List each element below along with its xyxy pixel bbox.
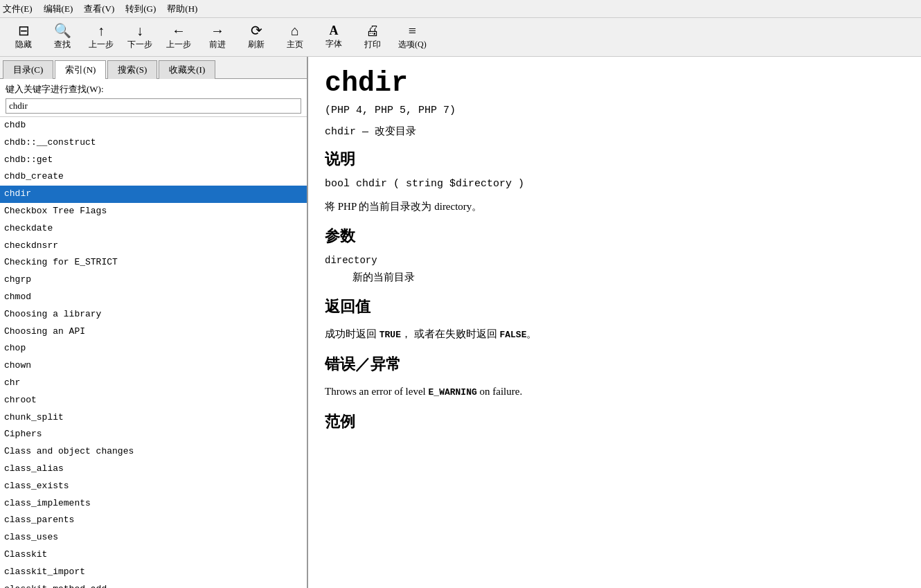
toolbar-refresh-btn[interactable]: ⟳ 刷新 xyxy=(238,21,274,53)
toolbar-forward-btn[interactable]: → 前进 xyxy=(199,21,235,53)
list-item[interactable]: class_implements xyxy=(0,495,307,513)
toolbar-prevstep-btn[interactable]: ↑ 上一步 xyxy=(83,21,119,53)
return-pre: 成功时返回 xyxy=(325,328,379,339)
menubar: 文件(E) 编辑(E) 查看(V) 转到(G) 帮助(H) xyxy=(0,0,921,18)
menu-help[interactable]: 帮助(H) xyxy=(167,3,197,15)
toolbar-prevstep-label: 上一步 xyxy=(89,39,114,51)
toolbar-forward-label: 前进 xyxy=(209,39,226,51)
back-icon: ← xyxy=(172,24,186,37)
return-end: 。 xyxy=(526,328,537,339)
toolbar-home-label: 主页 xyxy=(287,39,303,51)
list-item[interactable]: chgrp xyxy=(0,271,307,289)
search-area: 键入关键字进行查找(W): xyxy=(0,79,307,117)
section-return-title: 返回值 xyxy=(325,296,904,317)
toolbar-options-btn[interactable]: ≡ 选项(Q) xyxy=(393,21,431,53)
list-item[interactable]: chunk_split xyxy=(0,409,307,427)
hide-icon: ⊟ xyxy=(18,24,30,37)
list-item[interactable]: Checking for E_STRICT xyxy=(0,254,307,271)
search-label: 键入关键字进行查找(W): xyxy=(6,83,301,96)
list-item[interactable]: Ciphers xyxy=(0,426,307,443)
search-icon: 🔍 xyxy=(54,24,71,37)
list-item[interactable]: chdb xyxy=(0,117,307,134)
print-icon: 🖨 xyxy=(366,24,379,37)
list-container: chdbchdb::__constructchdb::getchdb_creat… xyxy=(0,117,307,588)
list-item[interactable]: chown xyxy=(0,357,307,375)
list-item[interactable]: chr xyxy=(0,375,307,392)
list: chdbchdb::__constructchdb::getchdb_creat… xyxy=(0,117,307,588)
menu-view[interactable]: 查看(V) xyxy=(84,3,114,15)
section-example-title: 范例 xyxy=(325,411,904,432)
return-true: TRUE xyxy=(379,330,401,340)
tab-search[interactable]: 搜索(S) xyxy=(107,60,157,79)
return-desc: 成功时返回 TRUE， 或者在失败时返回 FALSE。 xyxy=(325,326,904,343)
list-item[interactable]: chdir xyxy=(0,186,307,203)
list-item[interactable]: chroot xyxy=(0,392,307,409)
list-item[interactable]: Class and object changes xyxy=(0,443,307,461)
menu-file[interactable]: 文件(E) xyxy=(3,3,33,15)
toolbar-refresh-label: 刷新 xyxy=(248,39,265,51)
list-item[interactable]: chop xyxy=(0,340,307,357)
menu-goto[interactable]: 转到(G) xyxy=(125,3,156,15)
list-item[interactable]: class_exists xyxy=(0,478,307,495)
tab-index[interactable]: 索引(N) xyxy=(55,60,106,79)
nextstep-icon: ↓ xyxy=(136,24,143,37)
toolbar-print-label: 打印 xyxy=(364,39,381,51)
list-item[interactable]: chdb::__construct xyxy=(0,134,307,152)
list-item[interactable]: Checkbox Tree Flags xyxy=(0,203,307,220)
list-item[interactable]: checkdate xyxy=(0,220,307,238)
toolbar-back-btn[interactable]: ← 上一步 xyxy=(161,21,197,53)
list-item[interactable]: Choosing a library xyxy=(0,306,307,323)
doc-signature: bool chdir ( string $directory ) xyxy=(325,178,904,190)
font-icon: A xyxy=(330,24,339,37)
menu-edit[interactable]: 编辑(E) xyxy=(44,3,73,15)
section-params-title: 参数 xyxy=(325,226,904,247)
list-item[interactable]: classkit_import xyxy=(0,564,307,581)
error-desc: Throws an error of level E_WARNING on fa… xyxy=(325,383,904,400)
list-item[interactable]: checkdnsrr xyxy=(0,238,307,255)
return-middle: ， 或者在失败时返回 xyxy=(401,328,500,339)
param-name: directory xyxy=(325,255,904,266)
toolbar-home-btn[interactable]: ⌂ 主页 xyxy=(277,21,313,53)
list-item[interactable]: chmod xyxy=(0,289,307,306)
search-input[interactable] xyxy=(6,98,301,114)
signature-text: bool chdir ( string $directory ) xyxy=(325,178,524,190)
tabs: 目录(C) 索引(N) 搜索(S) 收藏夹(I) xyxy=(0,57,307,79)
error-post: on failure. xyxy=(477,386,522,397)
toolbar-hide-label: 隐藏 xyxy=(15,39,32,51)
toolbar-search-btn[interactable]: 🔍 查找 xyxy=(44,21,80,53)
toolbar-font-btn[interactable]: A 字体 xyxy=(316,21,352,53)
toolbar-back-label: 上一步 xyxy=(166,39,191,51)
toolbar-search-label: 查找 xyxy=(54,39,71,51)
section-description-title: 说明 xyxy=(325,149,904,170)
refresh-icon: ⟳ xyxy=(251,24,262,37)
tab-directory[interactable]: 目录(C) xyxy=(3,60,53,79)
toolbar-font-label: 字体 xyxy=(325,38,342,50)
list-item[interactable]: Choosing an API xyxy=(0,323,307,341)
toolbar-nextstep-btn[interactable]: ↓ 下一步 xyxy=(122,21,158,53)
list-item[interactable]: Classkit xyxy=(0,546,307,564)
doc-description: 将 PHP 的当前目录改为 directory。 xyxy=(325,198,904,215)
list-item[interactable]: class_parents xyxy=(0,512,307,529)
list-item[interactable]: classkit_method_add xyxy=(0,581,307,588)
list-item[interactable]: class_alias xyxy=(0,461,307,478)
main-layout: 目录(C) 索引(N) 搜索(S) 收藏夹(I) 键入关键字进行查找(W): c… xyxy=(0,57,921,588)
tab-bookmarks[interactable]: 收藏夹(I) xyxy=(159,60,215,79)
left-panel: 目录(C) 索引(N) 搜索(S) 收藏夹(I) 键入关键字进行查找(W): c… xyxy=(0,57,308,588)
doc-title: chdir xyxy=(325,68,904,99)
list-item[interactable]: chdb::get xyxy=(0,152,307,169)
right-panel: chdir (PHP 4, PHP 5, PHP 7) chdir — 改变目录… xyxy=(308,57,921,588)
toolbar-print-btn[interactable]: 🖨 打印 xyxy=(355,21,391,53)
forward-icon: → xyxy=(211,24,224,37)
error-pre: Throws an error of level xyxy=(325,386,429,397)
doc-version: (PHP 4, PHP 5, PHP 7) xyxy=(325,105,904,116)
list-item[interactable]: class_uses xyxy=(0,529,307,546)
section-error-title: 错误／异常 xyxy=(325,354,904,375)
toolbar: ⊟ 隐藏 🔍 查找 ↑ 上一步 ↓ 下一步 ← 上一步 → 前进 ⟳ 刷新 ⌂ … xyxy=(0,18,921,57)
toolbar-hide-btn[interactable]: ⊟ 隐藏 xyxy=(6,21,42,53)
toolbar-nextstep-label: 下一步 xyxy=(127,39,152,51)
error-code: E_WARNING xyxy=(429,387,477,398)
list-item[interactable]: chdb_create xyxy=(0,168,307,186)
param-desc: 新的当前目录 xyxy=(352,269,904,285)
return-false: FALSE xyxy=(499,330,526,340)
prevstep-icon: ↑ xyxy=(98,24,105,37)
